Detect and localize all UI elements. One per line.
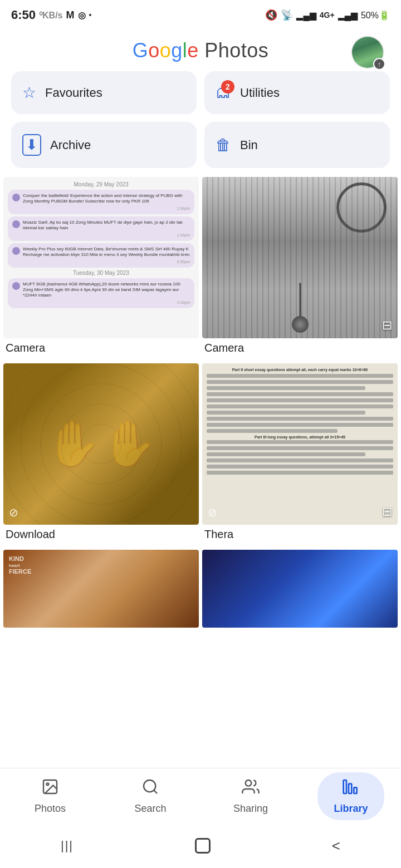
photo-item-camera1[interactable]: Monday, 29 May 2023 Conquer the battlefi… <box>3 177 199 360</box>
google-letter-g2: g <box>171 39 183 62</box>
henna-photo: ✋✋ <box>3 363 199 525</box>
recents-button[interactable]: ||| <box>61 839 74 853</box>
bin-label: Bin <box>240 138 258 152</box>
search-nav-label: Search <box>134 803 166 815</box>
battery-label: 50%🔋 <box>361 10 390 21</box>
sharing-nav-icon <box>242 778 260 800</box>
sms-avatar2 <box>12 220 20 228</box>
sms-date2: Tuesday, 30 May 2023 <box>8 270 194 276</box>
photo-thumb-paper: Part II short essay questions attempt al… <box>202 363 398 525</box>
sms-message2: Moaziz Sarif, Ap ko aaj 10 Zong Minutes … <box>8 216 194 241</box>
bin-button[interactable]: 🗑 Bin <box>204 122 390 168</box>
svg-rect-5 <box>344 780 346 793</box>
sharing-nav-label: Sharing <box>233 803 268 815</box>
google-letter-e: e <box>187 39 199 62</box>
utilities-icon-wrap: 🗂 2 <box>216 83 231 102</box>
paper-line <box>207 374 393 378</box>
dot-indicator: • <box>89 11 92 19</box>
blue-photo-bg <box>202 550 398 628</box>
nav-sharing[interactable]: Sharing <box>217 772 284 820</box>
paper-line <box>207 417 393 421</box>
avatar-wrap[interactable]: ↑ <box>351 36 384 69</box>
book-photo-bg: KIND heart FIERCE <box>3 550 199 628</box>
svg-rect-7 <box>354 787 356 793</box>
kb-indicator: ⁰KB/s <box>39 10 62 21</box>
photo-item-download[interactable]: ✋✋ ⊘ Download <box>3 363 199 546</box>
sms-avatar1 <box>12 194 20 201</box>
photo-label-camera2: Camera <box>202 338 398 360</box>
svg-point-2 <box>144 780 155 792</box>
paper-line <box>207 392 393 396</box>
photos-grid: Monday, 29 May 2023 Conquer the battlefi… <box>0 177 401 546</box>
photo-thumb-ceiling: ⊟ <box>202 177 398 338</box>
album-icon-camera2: ⊟ <box>382 318 392 333</box>
nav-search[interactable]: Search <box>117 772 184 820</box>
library-nav-label: Library <box>334 803 368 815</box>
google-letter-l: l <box>183 39 188 62</box>
sms-avatar4 <box>12 282 20 290</box>
home-button[interactable] <box>195 838 211 854</box>
utilities-badge: 2 <box>221 80 234 93</box>
svg-point-4 <box>246 780 252 786</box>
no-cloud-icon-download: ⊘ <box>9 506 18 519</box>
library-nav-icon <box>342 778 360 800</box>
sms-date1: Monday, 29 May 2023 <box>8 181 194 188</box>
google-letter-o1: o <box>148 39 160 62</box>
mute-icon: 🔇 <box>265 9 277 21</box>
status-time: 6:50 ⁰KB/s M ◎ • <box>11 8 91 22</box>
search-nav-icon <box>141 778 159 800</box>
paper-line <box>207 411 365 415</box>
utilities-button[interactable]: 🗂 2 Utilities <box>204 71 390 114</box>
back-button[interactable]: < <box>332 837 340 855</box>
gmail-icon: M <box>66 9 75 21</box>
paper-line <box>207 471 393 475</box>
sms-message3: Weekly Pro Plus sey 60GB Internet Data, … <box>8 243 194 268</box>
paper-line <box>207 423 393 427</box>
upload-badge: ↑ <box>373 58 385 70</box>
paper-line <box>207 452 365 456</box>
archive-icon: ⬇ <box>22 134 41 156</box>
photos-text: Photos <box>199 39 269 62</box>
bottom-nav: Photos Search Sharing <box>0 768 401 823</box>
photo-label-download: Download <box>3 525 199 546</box>
bin-icon: 🗑 <box>216 136 231 154</box>
wifi-icon: 📡 <box>281 9 293 21</box>
signal2-icon: ▂▄▆ <box>338 10 358 21</box>
archive-button[interactable]: ⬇ Archive <box>11 122 197 168</box>
app-header: Google Photos ↑ <box>0 28 401 71</box>
sms-message4: MUFT 8GB (bashamul 4GB WhatsApp),20 dusr… <box>8 278 194 308</box>
photo-item-camera2[interactable]: ⊟ Camera <box>202 177 398 360</box>
partial-photo-book[interactable]: KIND heart FIERCE <box>3 550 199 628</box>
google-letter-o2: o <box>160 39 172 62</box>
status-bar: 6:50 ⁰KB/s M ◎ • 🔇 📡 ▂▄▆ 4G+ ▂▄▆ 50%🔋 <box>0 0 401 28</box>
nav-library[interactable]: Library <box>317 772 384 820</box>
nav-photos[interactable]: Photos <box>17 772 84 820</box>
paper-photo: Part II short essay questions attempt al… <box>202 363 398 525</box>
archive-label: Archive <box>50 138 91 152</box>
paper-line <box>207 380 393 384</box>
photo-label-camera1: Camera <box>3 338 199 360</box>
favourites-icon: ☆ <box>22 83 36 102</box>
time-display: 6:50 <box>11 8 36 22</box>
instagram-icon: ◎ <box>78 10 86 21</box>
sms-screenshot: Monday, 29 May 2023 Conquer the battlefi… <box>3 177 199 338</box>
signal-icon: ▂▄▆ <box>296 10 316 21</box>
album-icon-thera: ⊟ <box>382 505 392 519</box>
photos-nav-icon <box>41 778 59 800</box>
photo-item-thera[interactable]: Part II short essay questions attempt al… <box>202 363 398 546</box>
ceiling-photo <box>202 177 398 338</box>
no-cloud-icon-thera: ⊘ <box>208 506 217 519</box>
paper-line <box>207 429 338 433</box>
photo-thumb-sms: Monday, 29 May 2023 Conquer the battlefi… <box>3 177 199 338</box>
utilities-label: Utilities <box>240 86 280 100</box>
sms-avatar3 <box>12 247 20 255</box>
status-right-icons: 🔇 📡 ▂▄▆ 4G+ ▂▄▆ 50%🔋 <box>265 9 390 21</box>
svg-point-1 <box>46 783 48 785</box>
favourites-button[interactable]: ☆ Favourites <box>11 71 197 114</box>
partial-photo-blue[interactable] <box>202 550 398 628</box>
system-nav-bar: ||| < <box>0 823 401 868</box>
paper-line <box>207 386 365 390</box>
quick-buttons-grid: ☆ Favourites 🗂 2 Utilities ⬇ Archive 🗑 B… <box>0 71 401 177</box>
partial-photos-grid: KIND heart FIERCE <box>0 550 401 628</box>
paper-line <box>207 446 393 450</box>
